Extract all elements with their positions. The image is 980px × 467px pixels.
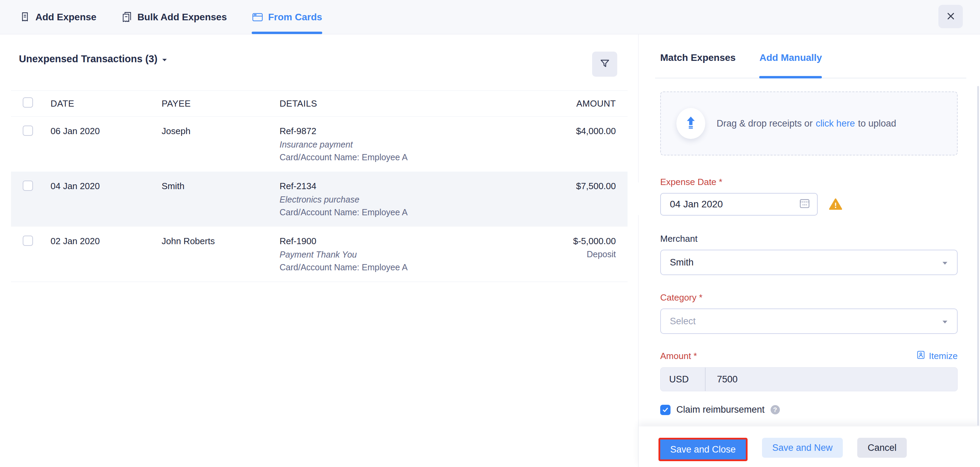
- amount-input-group: USD 7500: [660, 367, 958, 391]
- claim-reimbursement-row: Claim reimbursement: [660, 405, 958, 415]
- chevron-down-icon: [942, 316, 948, 327]
- row-checkbox[interactable]: [23, 180, 33, 191]
- column-header-details[interactable]: DETAILS: [280, 98, 513, 109]
- receipt-dropzone[interactable]: Drag & drop receipts or click here to up…: [660, 91, 958, 155]
- transaction-payee: Joseph: [162, 126, 280, 137]
- transactions-rows: 06 Jan 2020 Joseph Ref-9872 Insurance pa…: [11, 116, 628, 282]
- transaction-row[interactable]: 04 Jan 2020 Smith Ref-2134 Electronics p…: [11, 172, 628, 226]
- merchant-field: Merchant Smith: [660, 234, 958, 275]
- amount-input[interactable]: 7500: [706, 368, 957, 391]
- tab-from-cards[interactable]: From Cards: [252, 0, 322, 34]
- transaction-date: 06 Jan 2020: [51, 126, 162, 137]
- transaction-date: 02 Jan 2020: [51, 236, 162, 247]
- close-icon: [945, 11, 956, 23]
- column-header-amount[interactable]: AMOUNT: [513, 98, 616, 109]
- tab-label: Match Expenses: [660, 52, 735, 63]
- transaction-payee: John Roberts: [162, 236, 280, 247]
- upload-icon-circle: [676, 108, 705, 139]
- itemize-icon: [916, 351, 925, 362]
- transaction-date: 04 Jan 2020: [51, 180, 162, 191]
- itemize-label: Itemize: [929, 351, 958, 362]
- card-icon: [252, 11, 263, 23]
- expense-date-input[interactable]: 04 Jan 2020: [660, 193, 818, 216]
- transactions-table-header: DATE PAYEE DETAILS AMOUNT: [11, 91, 628, 116]
- amount-label: Amount *: [660, 351, 697, 362]
- tab-label: Add Expense: [35, 12, 96, 23]
- claim-reimbursement-checkbox[interactable]: [660, 405, 671, 415]
- column-header-payee[interactable]: PAYEE: [162, 98, 280, 109]
- transaction-description: Insurance payment: [280, 139, 513, 150]
- upload-arrow-icon: [685, 116, 696, 131]
- expense-date-value: 04 Jan 2020: [670, 199, 723, 210]
- transaction-ref: Ref-9872: [280, 126, 513, 137]
- select-all-checkbox[interactable]: [23, 97, 33, 108]
- filter-button[interactable]: [592, 52, 617, 77]
- right-panel-tabs: Match Expenses Add Manually: [655, 52, 966, 78]
- transactions-table: DATE PAYEE DETAILS AMOUNT 06 Jan 2020 Jo…: [11, 91, 628, 282]
- transaction-amount: $4,000.00: [513, 126, 616, 137]
- transaction-amount: $7,500.00: [513, 180, 616, 191]
- receipts-stack-icon: [121, 11, 132, 23]
- save-and-close-button[interactable]: Save and Close: [659, 438, 748, 461]
- transaction-amount: $-5,000.00: [513, 236, 616, 247]
- unexpensed-transactions-panel: Unexpensed Transactions (3) DATE PAYEE D…: [0, 34, 638, 467]
- transaction-card-account: Card/Account Name: Employee A: [280, 207, 513, 218]
- category-field: Category * Select: [660, 292, 958, 334]
- add-expense-form-panel: Match Expenses Add Manually Drag & drop …: [638, 34, 980, 467]
- category-placeholder: Select: [670, 316, 696, 327]
- transaction-description: Electronics purchase: [280, 194, 513, 205]
- scrollbar[interactable]: [977, 86, 979, 426]
- transaction-ref: Ref-2134: [280, 180, 513, 191]
- amount-field: Amount * Itemize USD: [660, 351, 958, 391]
- transaction-row[interactable]: 06 Jan 2020 Joseph Ref-9872 Insurance pa…: [11, 116, 628, 172]
- chevron-down-icon: [162, 52, 167, 66]
- expense-date-field: Expense Date * 04 Jan 2020: [660, 177, 958, 216]
- itemize-link[interactable]: Itemize: [916, 351, 958, 362]
- merchant-select[interactable]: Smith: [660, 250, 958, 275]
- transaction-card-account: Card/Account Name: Employee A: [280, 151, 513, 163]
- upload-instruction: Drag & drop receipts or click here to up…: [717, 118, 896, 129]
- column-header-date[interactable]: DATE: [51, 98, 162, 109]
- unexpensed-transactions-title[interactable]: Unexpensed Transactions (3): [19, 52, 167, 66]
- tab-add-manually[interactable]: Add Manually: [759, 52, 822, 78]
- warning-icon[interactable]: [829, 198, 842, 210]
- modal-body: Unexpensed Transactions (3) DATE PAYEE D…: [0, 34, 980, 467]
- transaction-amount-note: Deposit: [513, 249, 616, 260]
- tab-match-expenses[interactable]: Match Expenses: [660, 52, 735, 78]
- amount-value-text: 7500: [717, 374, 738, 385]
- panel-title-text: Unexpensed Transactions (3): [19, 52, 158, 66]
- currency-code: USD: [669, 374, 689, 385]
- row-checkbox[interactable]: [23, 236, 33, 246]
- tab-bulk-add-expenses[interactable]: Bulk Add Expenses: [121, 0, 227, 34]
- cancel-button[interactable]: Cancel: [857, 438, 907, 458]
- tab-label: Bulk Add Expenses: [137, 12, 227, 23]
- upload-text-before: Drag & drop receipts or: [717, 118, 813, 129]
- currency-selector[interactable]: USD: [660, 368, 706, 391]
- transaction-ref: Ref-1900: [280, 236, 513, 247]
- claim-reimbursement-label: Claim reimbursement: [676, 405, 765, 415]
- tab-label: From Cards: [268, 12, 322, 23]
- row-checkbox[interactable]: [23, 126, 33, 136]
- transaction-row[interactable]: 02 Jan 2020 John Roberts Ref-1900 Paymen…: [11, 226, 628, 282]
- modal-header: Add Expense Bulk Add Expenses From Car: [0, 0, 980, 34]
- close-button[interactable]: [939, 5, 963, 28]
- expense-date-label: Expense Date *: [660, 177, 958, 187]
- help-icon[interactable]: [771, 405, 780, 414]
- form-footer: Save and Close Save and New Cancel: [638, 426, 980, 467]
- merchant-label: Merchant: [660, 234, 958, 244]
- tab-label: Add Manually: [759, 52, 822, 63]
- upload-text-after: to upload: [858, 118, 896, 129]
- chevron-down-icon: [942, 257, 948, 268]
- category-select[interactable]: Select: [660, 308, 958, 334]
- filter-icon: [599, 58, 611, 70]
- transaction-card-account: Card/Account Name: Employee A: [280, 262, 513, 273]
- transaction-description: Payment Thank You: [280, 249, 513, 260]
- tab-add-expense[interactable]: Add Expense: [19, 0, 96, 34]
- receipt-icon: [19, 11, 30, 23]
- upload-click-here-link[interactable]: click here: [816, 118, 855, 129]
- merchant-value: Smith: [670, 257, 694, 268]
- save-and-new-button[interactable]: Save and New: [762, 438, 843, 458]
- category-label: Category *: [660, 292, 958, 303]
- calendar-icon[interactable]: [799, 197, 811, 212]
- transaction-payee: Smith: [162, 180, 280, 191]
